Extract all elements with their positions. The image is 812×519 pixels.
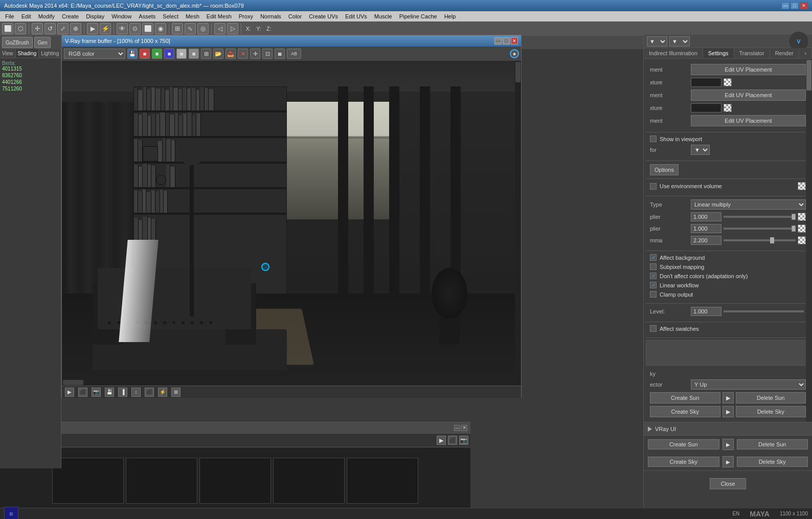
edit-uv-btn-1[interactable]: Edit UV Placement (691, 64, 806, 75)
vray-create-sky-btn[interactable]: Create Sky (648, 457, 719, 467)
rv-btn-1[interactable]: ▶ (437, 436, 446, 445)
rv-btn-3[interactable]: 📷 (459, 436, 468, 445)
toolbar-wireframe[interactable]: ⬜ (142, 23, 153, 34)
toolbar-show-hide[interactable]: 👁 (117, 23, 128, 34)
rp-select-2[interactable]: ▼ (669, 36, 690, 47)
vray-fb-close[interactable]: ✕ (511, 37, 518, 44)
tab-translator[interactable]: Translator (734, 48, 770, 58)
toolbar-smooth[interactable]: ◉ (155, 23, 166, 34)
affect-swatches-checkbox[interactable] (650, 325, 657, 332)
menu-modify[interactable]: Modify (35, 12, 58, 21)
texture-swatch-1[interactable] (691, 78, 721, 87)
sky-arrow-btn[interactable]: ▶ (723, 406, 734, 417)
create-sun-btn[interactable]: Create Sun (650, 392, 720, 403)
delete-sky-btn[interactable]: Delete Sky (736, 406, 806, 417)
toolbar-render[interactable]: ▶ (87, 23, 98, 34)
maximize-button[interactable]: □ (791, 2, 799, 9)
menu-file[interactable]: File (2, 12, 17, 21)
minimize-button[interactable]: — (781, 2, 790, 9)
vray-delete-sun-btn[interactable]: Delete Sun (737, 439, 808, 449)
toolbar-snap-point[interactable]: ◎ (197, 23, 209, 34)
menu-select[interactable]: Select (160, 12, 182, 21)
menu-edit-mesh[interactable]: Edit Mesh (204, 12, 235, 21)
menu-help[interactable]: Help (441, 12, 459, 21)
fb-status-btn-6[interactable]: ↕ (131, 388, 141, 397)
menu-assets[interactable]: Assets (136, 12, 159, 21)
fb-lens-btn[interactable]: ◙ (275, 49, 285, 59)
shading-tab[interactable]: Shading (15, 49, 39, 58)
env-volume-checker[interactable] (798, 182, 806, 190)
fb-save-btn[interactable]: 💾 (127, 49, 138, 59)
fb-status-btn-7[interactable]: ⬛ (145, 388, 154, 397)
toolbar-select-mode[interactable]: ⬜ (2, 23, 13, 34)
tab-expand[interactable]: › (799, 48, 812, 58)
menu-window[interactable]: Window (108, 12, 134, 21)
lighting-tab[interactable]: Lighting (39, 49, 61, 58)
start-btn[interactable]: ⊞ (4, 507, 18, 520)
right-panel-scrollbar[interactable] (806, 59, 812, 423)
vray-delete-sky-btn[interactable]: Delete Sky (737, 457, 808, 467)
edit-uv-btn-3[interactable]: Edit UV Placement (691, 115, 806, 126)
affect-bg-checkbox[interactable]: ✓ (650, 254, 657, 261)
toolbar-ipr[interactable]: ⚡ (100, 23, 111, 34)
multiplier2-checker[interactable] (798, 224, 806, 233)
multiplier1-input[interactable] (691, 212, 721, 221)
vray-sky-mini-btn[interactable]: ▶ (723, 456, 734, 467)
toolbar-rotate[interactable]: ↺ (44, 23, 56, 34)
vray-create-sun-btn[interactable]: Create Sun (648, 439, 719, 449)
menu-pipeline-cache[interactable]: Pipeline Cache (396, 12, 440, 21)
render-view-close[interactable]: ✕ (461, 425, 467, 431)
env-volume-checkbox[interactable] (650, 183, 657, 190)
right-panel-scrollbar-thumb[interactable] (806, 60, 811, 91)
fb-color-btn[interactable]: ■ (140, 49, 150, 59)
toolbar-move[interactable]: ✛ (32, 23, 43, 34)
fb-crosshair-btn[interactable]: ✛ (250, 49, 260, 59)
multiplier2-slider-track[interactable] (724, 228, 796, 230)
fb-status-btn-3[interactable]: 📷 (92, 388, 101, 397)
tab-render[interactable]: Render (770, 48, 799, 58)
rv-btn-2[interactable]: ⬛ (448, 436, 457, 445)
dont-affect-checkbox[interactable]: ✓ (650, 273, 657, 279)
clamp-slider-track[interactable] (724, 310, 804, 312)
toolbar-redo[interactable]: ▷ (227, 23, 238, 34)
gamma-slider-thumb[interactable] (770, 237, 774, 243)
menu-mesh[interactable]: Mesh (183, 12, 202, 21)
fb-export-btn[interactable]: 📤 (225, 49, 236, 59)
texture-checker-1[interactable] (724, 78, 732, 86)
toolbar-polygon-mode[interactable]: ⬡ (15, 23, 26, 34)
close-button[interactable]: ✕ (800, 2, 808, 9)
linear-workflow-checkbox[interactable]: ✓ (650, 282, 657, 288)
texture-checker-2[interactable] (724, 104, 732, 112)
menu-color[interactable]: Color (285, 12, 305, 21)
rp-select-1[interactable]: ▼ (647, 36, 667, 47)
gen-tab[interactable]: Gen (34, 37, 51, 48)
direction-select[interactable]: Y Up (691, 379, 806, 390)
multiplier2-input[interactable] (691, 224, 721, 233)
edit-uv-btn-2[interactable]: Edit UV Placement (691, 89, 806, 101)
channel-selector[interactable]: RGB color (64, 49, 125, 59)
fb-white-btn[interactable]: ■ (176, 49, 187, 59)
toolbar-isolate[interactable]: ⊙ (129, 23, 141, 34)
multiplier1-slider-track[interactable] (724, 216, 796, 218)
vray-fb-minimize[interactable]: — (494, 37, 502, 44)
menu-proxy[interactable]: Proxy (236, 12, 256, 21)
clamp-value-input[interactable] (691, 307, 721, 316)
fb-status-btn-9[interactable]: ⊞ (171, 388, 181, 397)
menu-create[interactable]: Create (59, 12, 82, 21)
fb-grey-btn[interactable]: ■ (189, 49, 199, 59)
clamp-output-checkbox[interactable] (650, 291, 657, 298)
fb-settings-btn[interactable]: ● (510, 49, 519, 58)
fb-clear-btn[interactable]: ✕ (238, 49, 248, 59)
toolbar-snap-curve[interactable]: ∿ (185, 23, 196, 34)
gamma-checker[interactable] (798, 236, 806, 244)
gozbrush-tab[interactable]: GoZBrush (2, 37, 33, 48)
show-viewport-checkbox[interactable] (650, 136, 657, 142)
fb-blue-btn[interactable]: ■ (164, 49, 174, 59)
vray-sun-mini-btn[interactable]: ▶ (723, 439, 734, 450)
fb-status-btn-5[interactable]: ▐ (118, 388, 127, 397)
toolbar-snap-grid[interactable]: ⊞ (172, 23, 183, 34)
multiplier2-slider-thumb[interactable] (792, 225, 796, 232)
options-btn[interactable]: Options (650, 164, 679, 175)
canvas-scrollbar-thumb-v[interactable] (515, 62, 521, 82)
fb-status-btn-4[interactable]: 💾 (105, 388, 114, 397)
